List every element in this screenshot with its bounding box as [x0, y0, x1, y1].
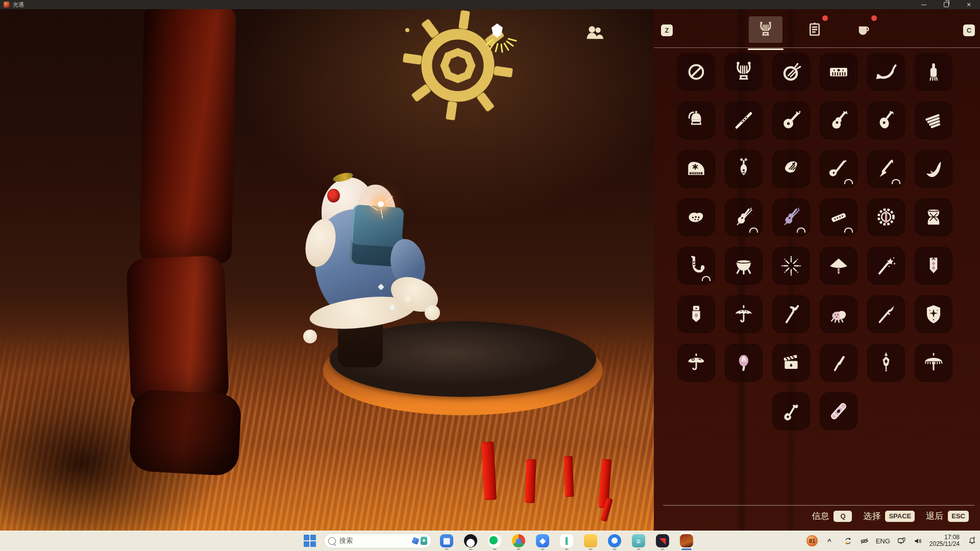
instrument-cell-electric-guitar[interactable]	[820, 150, 857, 188]
selected-tab-underline	[748, 48, 783, 50]
close-button[interactable]: ×	[958, 0, 980, 9]
restore-button[interactable]	[935, 0, 958, 9]
instrument-cell-sparkler-wand[interactable]	[867, 247, 905, 285]
cell-badge	[797, 228, 805, 233]
instrument-cell-hand-drum[interactable]	[772, 53, 810, 91]
tab-props[interactable]	[803, 16, 826, 43]
clipboard-icon	[805, 20, 824, 39]
instrument-cell-lute[interactable]	[867, 102, 905, 139]
instrument-cell-dusk-violin[interactable]	[772, 198, 810, 236]
instrument-cell-shovel[interactable]	[772, 392, 810, 430]
instrument-cell-season-totem[interactable]	[915, 247, 952, 285]
instrument-cell-pipa[interactable]	[725, 150, 763, 188]
minimize-button[interactable]	[913, 0, 935, 9]
notification-bell-icon[interactable]	[967, 536, 977, 546]
instrument-cell-bell[interactable]	[677, 102, 715, 139]
instrument-cell-ukulele[interactable]	[772, 102, 810, 139]
instrument-cell-hermit-crab[interactable]	[820, 295, 857, 333]
language-indicator[interactable]: ENG	[876, 537, 890, 545]
key-badge-space: SPACE	[885, 511, 915, 522]
taskbar-app-map-app[interactable]: ◆	[535, 531, 550, 550]
instrument-cell-brush[interactable]	[820, 344, 857, 382]
taskbar-app-wecom[interactable]	[487, 531, 502, 550]
eye-protection-icon[interactable]	[860, 536, 869, 546]
suitcase-icon	[421, 537, 427, 545]
instrument-cell-horn[interactable]	[867, 53, 905, 91]
instrument-cell-spear[interactable]	[867, 295, 905, 333]
clock[interactable]: 17:08 2025/11/24	[929, 534, 960, 547]
tray-overflow-badge[interactable]: 81	[806, 535, 818, 546]
instrument-cell-shaker[interactable]	[915, 53, 952, 91]
key-hints: 信息Q选择SPACE退后ESC	[812, 510, 969, 522]
instrument-cell-season-totem-2[interactable]	[677, 295, 715, 333]
instrument-cell-palace-lantern[interactable]	[867, 344, 905, 382]
instrument-cell-fringed-parasol[interactable]	[915, 344, 952, 382]
instrument-cell-fan-torch[interactable]	[725, 344, 763, 382]
fringed-parasol-icon	[922, 351, 945, 374]
instrument-cell-guitar[interactable]	[820, 102, 857, 139]
notification-dot	[822, 15, 828, 21]
taskbar-app-cloud-browser[interactable]	[607, 531, 622, 550]
instrument-cell-keyboard[interactable]	[820, 53, 857, 91]
taskbar-app-file-explorer[interactable]	[583, 531, 598, 550]
instrument-cell-parasol[interactable]	[677, 344, 715, 382]
instrument-cell-saxophone[interactable]	[677, 247, 715, 285]
instrument-panel: Z C 信息Q选择SPACE退后ESC	[654, 9, 980, 531]
display-device-icon[interactable]	[897, 536, 906, 546]
sky-game-icon	[680, 534, 693, 547]
instrument-cell-shield[interactable]	[915, 295, 952, 333]
taskbar-app-notepad[interactable]: ≡	[631, 531, 646, 550]
blossom-staff-icon	[779, 303, 803, 326]
restore-icon	[944, 2, 949, 7]
instrument-cell-umbrella[interactable]	[725, 295, 763, 333]
instrument-cell-winter-piano[interactable]	[677, 150, 715, 188]
taskbar-app-flame-app[interactable]: ◥	[655, 531, 670, 550]
cell-badge	[844, 228, 853, 233]
instrument-cell-blossom-staff[interactable]	[772, 295, 810, 333]
volume-icon[interactable]	[913, 536, 923, 546]
instrument-cell-tilted-harp[interactable]	[772, 150, 810, 188]
instrument-cell-lyre[interactable]	[725, 53, 763, 91]
gong-icon	[874, 206, 898, 229]
chrome-icon: ◉	[512, 534, 525, 547]
instrument-cell-war-horn[interactable]	[915, 150, 952, 188]
instrument-cell-ocarina[interactable]	[677, 198, 715, 236]
guitar-icon	[827, 109, 850, 132]
key-badge-esc: ESC	[948, 511, 969, 522]
minimize-icon	[921, 5, 926, 5]
instrument-cell-none[interactable]	[677, 53, 715, 91]
search-input[interactable]: 搜索	[324, 533, 432, 548]
tab-instruments[interactable]	[749, 16, 782, 43]
taskbar-app-docs-green[interactable]: ∥	[559, 531, 574, 550]
instrument-cell-clapperboard[interactable]	[772, 344, 810, 382]
dusk-violin-icon	[779, 206, 803, 229]
map-app-icon: ◆	[536, 534, 549, 547]
taskbar-app-calculator[interactable]: ▦	[439, 531, 454, 550]
rock-pillar-base	[129, 389, 242, 477]
hidden-icons-chevron[interactable]: ^	[827, 537, 831, 545]
taskbar-app-sky-game[interactable]	[679, 531, 694, 550]
docs-green-icon: ∥	[560, 534, 573, 547]
instrument-cell-flying-v-guitar[interactable]	[867, 150, 905, 188]
instrument-cell-gong[interactable]	[867, 198, 905, 236]
instrument-cell-snowboard[interactable]	[820, 392, 857, 430]
lyre-icon	[732, 60, 755, 84]
rock-pillar-bottom	[126, 256, 229, 408]
start-button[interactable]	[303, 534, 316, 547]
instrument-cell-cone-hat[interactable]	[820, 247, 857, 285]
taskbar-app-chrome[interactable]: ◉	[511, 531, 526, 550]
instrument-cell-harmonica[interactable]	[820, 198, 857, 236]
taskbar-app-qq[interactable]	[463, 531, 478, 550]
instrument-cell-djembe[interactable]	[915, 198, 952, 236]
pipa-icon	[732, 157, 755, 181]
fireworks-icon	[779, 254, 803, 278]
instrument-cell-timpani[interactable]	[725, 247, 763, 285]
friends-button[interactable]	[583, 22, 606, 44]
tab-consumables[interactable]	[852, 16, 875, 43]
sync-icon[interactable]	[843, 536, 853, 546]
running-indicator	[589, 548, 593, 550]
instrument-cell-flute[interactable]	[725, 102, 763, 139]
instrument-cell-xylophone[interactable]	[915, 102, 952, 139]
instrument-cell-fireworks[interactable]	[772, 247, 810, 285]
instrument-cell-violin[interactable]	[725, 198, 763, 236]
